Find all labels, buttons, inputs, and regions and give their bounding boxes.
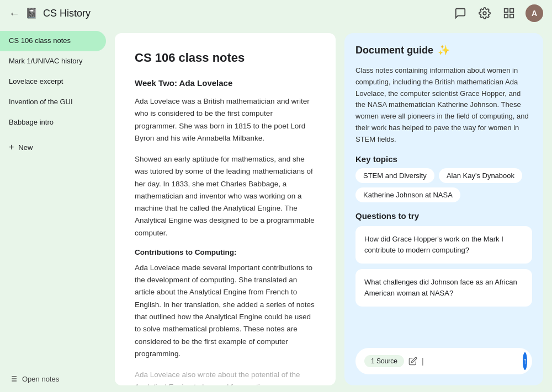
- avatar[interactable]: A: [526, 4, 543, 22]
- svg-rect-2: [510, 9, 513, 12]
- questions-heading: Questions to try: [355, 211, 532, 221]
- key-topics-section: Key topics STEM and Diversity Alan Kay's…: [355, 154, 532, 202]
- topics-container: STEM and Diversity Alan Kay's Dynabook K…: [355, 168, 532, 202]
- topbar-left: ← 📓 CS History: [9, 7, 453, 20]
- svg-point-0: [483, 12, 486, 15]
- sidebar-item-gui[interactable]: Invention of the GUI: [0, 92, 106, 112]
- source-chip[interactable]: 1 Source: [364, 355, 404, 367]
- app-title: CS History: [43, 8, 91, 19]
- chat-icon[interactable]: [453, 6, 468, 21]
- sidebar-item-mark1[interactable]: Mark 1/UNIVAC history: [0, 51, 106, 72]
- topbar-right: A: [453, 4, 543, 22]
- topic-chip-katherine[interactable]: Katherine Johnson at NASA: [355, 187, 460, 202]
- guide-input-field[interactable]: [422, 357, 518, 366]
- back-button[interactable]: ←: [9, 7, 20, 20]
- sidebar: CS 106 class notes Mark 1/UNIVAC history…: [0, 26, 110, 392]
- notes-para-4: Ada Lovelace also wrote about the potent…: [135, 369, 316, 385]
- notes-para-1: Ada Lovelace was a British mathematician…: [135, 95, 316, 144]
- topbar: ← 📓 CS History A: [0, 0, 552, 26]
- topic-chip-stem[interactable]: STEM and Diversity: [355, 168, 434, 183]
- guide-input-row: 1 Source ↑: [355, 348, 532, 374]
- guide-header: Document guide ✨: [355, 44, 532, 56]
- guide-panel: Document guide ✨ Class notes containing …: [344, 33, 543, 385]
- new-note-button[interactable]: + New: [0, 137, 110, 158]
- sidebar-item-cs106[interactable]: CS 106 class notes: [0, 31, 106, 51]
- notes-para-3: Ada Lovelace made several important cont…: [135, 262, 316, 360]
- notebook-icon: 📓: [25, 7, 38, 19]
- plus-icon: +: [9, 142, 14, 152]
- open-notes-icon: [9, 374, 18, 383]
- key-topics-heading: Key topics: [355, 154, 532, 164]
- notes-title: CS 106 class notes: [135, 51, 316, 65]
- svg-rect-3: [505, 14, 508, 18]
- guide-title: Document guide: [355, 45, 433, 56]
- week-heading: Week Two: Ada Lovelace: [135, 78, 316, 88]
- notes-panel: CS 106 class notes Week Two: Ada Lovelac…: [115, 33, 336, 385]
- questions-section: Questions to try How did Grace Hopper's …: [355, 211, 532, 313]
- question-card-1[interactable]: How did Grace Hopper's work on the Mark …: [355, 226, 532, 264]
- question-card-2[interactable]: What challenges did Johnson face as an A…: [355, 269, 532, 307]
- sidebar-item-lovelace[interactable]: Lovelace excerpt: [0, 72, 106, 92]
- topic-chip-kay[interactable]: Alan Kay's Dynabook: [439, 168, 522, 183]
- edit-icon[interactable]: [408, 353, 417, 369]
- guide-description: Class notes containing information about…: [355, 65, 532, 146]
- notes-para-2: Showed an early aptitude for mathematics…: [135, 153, 316, 239]
- sparkle-icon: ✨: [438, 44, 450, 56]
- settings-icon[interactable]: [477, 6, 492, 21]
- svg-rect-4: [510, 14, 513, 18]
- open-notes-button[interactable]: Open notes: [0, 370, 110, 388]
- content-area: CS 106 class notes Week Two: Ada Lovelac…: [110, 26, 552, 392]
- sidebar-item-babbage[interactable]: Babbage intro: [0, 112, 106, 133]
- svg-rect-1: [505, 9, 508, 12]
- main-layout: CS 106 class notes Mark 1/UNIVAC history…: [0, 26, 552, 392]
- grid-icon[interactable]: [501, 6, 517, 21]
- send-button[interactable]: ↑: [523, 352, 527, 370]
- contributions-heading: Contributions to Computing:: [135, 248, 316, 256]
